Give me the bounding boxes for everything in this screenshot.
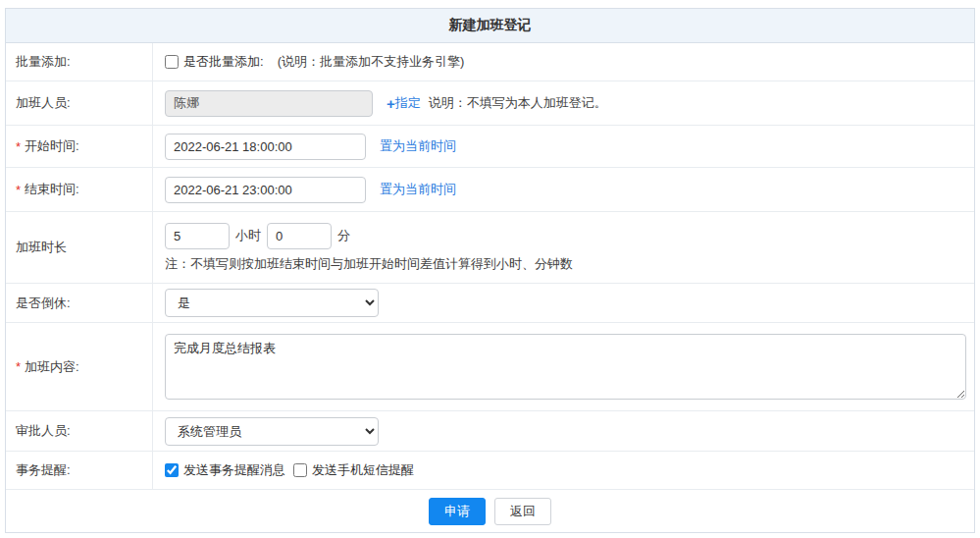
duration-minutes-input[interactable]: [267, 223, 332, 249]
duration-hours-input[interactable]: [165, 223, 230, 249]
send-sms-reminder-checkbox[interactable]: [293, 463, 307, 477]
overtime-registration-panel: 新建加班登记 批量添加: 是否批量添加: (说明：批量添加不支持业务引擎) 加班…: [5, 8, 975, 533]
duration-note: 注：不填写则按加班结束时间与加班开始时间差值计算得到小时、分钟数: [165, 255, 573, 273]
footer-actions: 申请 返回: [6, 490, 974, 532]
end-time-set-now-link[interactable]: 置为当前时间: [380, 181, 456, 198]
compensatory-label: 是否倒休:: [6, 284, 153, 322]
required-asterisk: *: [16, 359, 21, 374]
batch-add-label: 批量添加:: [6, 43, 153, 81]
compensatory-select[interactable]: 是: [165, 289, 379, 317]
send-reminder-message-label[interactable]: 发送事务提醒消息: [183, 461, 285, 479]
content-label: 加班内容:: [25, 358, 79, 376]
row-person: 加班人员: + 指定 说明：不填写为本人加班登记。: [6, 81, 974, 126]
content-textarea[interactable]: 完成月度总结报表: [165, 334, 966, 400]
reminder-label: 事务提醒:: [6, 452, 153, 489]
approver-label: 审批人员:: [6, 411, 153, 451]
batch-add-checkbox-label[interactable]: 是否批量添加:: [183, 53, 264, 71]
approver-select[interactable]: 系统管理员: [165, 417, 379, 446]
send-sms-reminder-label[interactable]: 发送手机短信提醒: [312, 461, 414, 479]
row-compensatory: 是否倒休: 是: [6, 284, 974, 323]
apply-button[interactable]: 申请: [429, 498, 486, 525]
row-reminder: 事务提醒: 发送事务提醒消息 发送手机短信提醒: [6, 452, 974, 490]
required-asterisk: *: [16, 139, 21, 154]
row-start-time: * 开始时间: 置为当前时间: [6, 126, 974, 168]
assign-person-link[interactable]: 指定: [395, 94, 421, 112]
row-batch-add: 批量添加: 是否批量添加: (说明：批量添加不支持业务引擎): [6, 43, 974, 81]
back-button[interactable]: 返回: [494, 498, 551, 525]
plus-icon[interactable]: +: [387, 95, 395, 112]
person-input: [165, 90, 373, 117]
required-asterisk: *: [16, 183, 21, 197]
batch-add-note: (说明：批量添加不支持业务引擎): [278, 53, 465, 71]
page-title: 新建加班登记: [6, 9, 974, 43]
minutes-unit-label: 分: [337, 227, 350, 244]
start-time-input[interactable]: [165, 134, 366, 160]
row-content: * 加班内容: 完成月度总结报表: [6, 323, 974, 411]
row-duration: 加班时长 小时 分 注：不填写则按加班结束时间与加班开始时间差值计算得到小时、分…: [6, 212, 974, 284]
row-end-time: * 结束时间: 置为当前时间: [6, 168, 974, 212]
start-time-label: 开始时间:: [25, 137, 79, 155]
person-note: 说明：不填写为本人加班登记。: [429, 94, 607, 112]
person-label: 加班人员:: [6, 81, 153, 125]
end-time-label: 结束时间:: [25, 181, 79, 198]
duration-label: 加班时长: [6, 212, 153, 283]
send-reminder-message-checkbox[interactable]: [165, 463, 179, 477]
end-time-input[interactable]: [165, 177, 366, 203]
start-time-set-now-link[interactable]: 置为当前时间: [380, 137, 456, 155]
hours-unit-label: 小时: [235, 227, 261, 244]
row-approver: 审批人员: 系统管理员: [6, 411, 974, 452]
batch-add-checkbox[interactable]: [165, 55, 179, 69]
